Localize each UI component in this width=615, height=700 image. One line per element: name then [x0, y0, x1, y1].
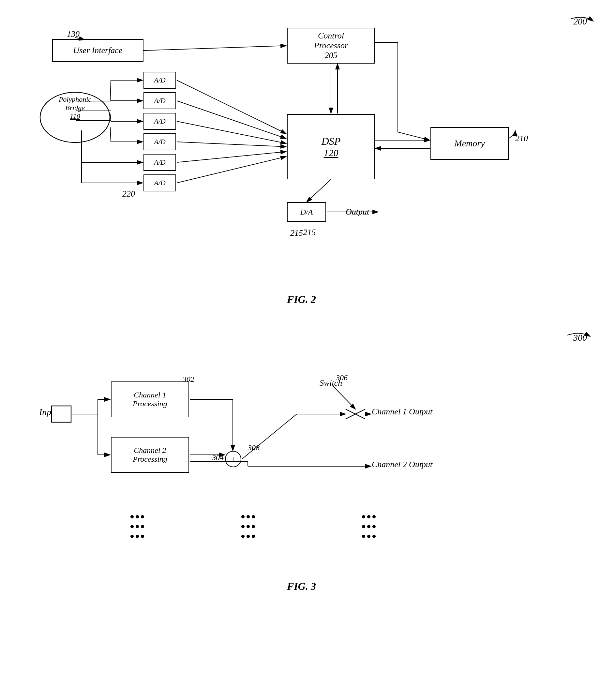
- ad-box-1: A/D: [143, 72, 176, 89]
- control-processor-line1: Control: [318, 31, 344, 41]
- polyphonic-line1: Polyphonic: [42, 95, 108, 104]
- memory-label: Memory: [454, 138, 485, 149]
- ad-label-1: A/D: [154, 76, 165, 85]
- ch1-output-label: Channel 1 Output: [372, 407, 432, 417]
- adder-circle: +: [225, 451, 241, 467]
- ad-box-2: A/D: [143, 92, 176, 109]
- channel2-processing-box: Channel 2 Processing: [111, 437, 189, 473]
- ref-304-label: 304: [212, 453, 224, 462]
- svg-line-31: [177, 152, 286, 162]
- svg-line-28: [177, 101, 286, 139]
- svg-line-30: [177, 142, 286, 147]
- output-text: Output: [346, 207, 369, 217]
- ad-label-4: A/D: [154, 138, 165, 146]
- polyphonic-line2: Bridge: [42, 104, 108, 112]
- da-label: D/A: [300, 208, 313, 216]
- user-interface-label: User Interface: [73, 46, 123, 55]
- dots-row-2: [130, 525, 144, 528]
- ch2-line2: Processing: [133, 455, 167, 464]
- svg-line-8: [398, 132, 430, 140]
- ch1-line1: Channel 1: [134, 391, 166, 399]
- ref-308-label: 308: [248, 443, 260, 452]
- fig3-area: 300 Input Channel 1 Processing Channel 2…: [20, 326, 606, 685]
- polyphonic-num: 110: [42, 112, 108, 121]
- svg-line-50: [346, 409, 365, 419]
- ref-302-label: 302: [183, 375, 194, 384]
- dsp-box: DSP 120: [287, 114, 375, 179]
- ad-label-5: A/D: [154, 158, 165, 166]
- dots-row-8: [362, 525, 376, 528]
- ch2-line1: Channel 2: [134, 446, 166, 455]
- ref-210-label: 210: [515, 134, 528, 143]
- control-processor-line2: Processor: [314, 41, 348, 51]
- ad-label-6: A/D: [154, 179, 165, 187]
- control-processor-num: 205: [325, 51, 338, 60]
- polyphonic-bridge-text: Polyphonic Bridge 110: [42, 95, 108, 121]
- ad-label-2: A/D: [154, 97, 165, 105]
- switch-label: Switch: [319, 378, 342, 388]
- svg-line-3: [143, 46, 286, 51]
- fig2-area: 200 130 User Interface Control Processor…: [20, 10, 606, 320]
- fig3-connections-svg: [20, 326, 606, 652]
- ad-box-6: A/D: [143, 174, 176, 191]
- da-box: D/A: [287, 202, 326, 222]
- svg-line-49: [346, 409, 365, 419]
- ch2-output-label: Channel 2 Output: [372, 460, 432, 470]
- ch1-line2: Processing: [133, 399, 167, 408]
- svg-line-47: [242, 414, 297, 459]
- ad-box-3: A/D: [143, 113, 176, 130]
- fig3-caption: FIG. 3: [287, 580, 316, 592]
- ad-box-5: A/D: [143, 154, 176, 171]
- control-processor-box: Control Processor 205: [287, 28, 375, 64]
- ref-220-label: 220: [122, 189, 135, 199]
- dots-row-1: [130, 515, 144, 518]
- dots-row-7: [362, 515, 376, 518]
- page: 200 130 User Interface Control Processor…: [0, 0, 615, 700]
- dsp-label: DSP: [322, 135, 341, 147]
- dots-row-4: [241, 515, 255, 518]
- dots-row-5: [241, 525, 255, 528]
- user-interface-box: User Interface: [52, 39, 143, 62]
- svg-line-51: [332, 386, 355, 409]
- ref-130-label: 130: [67, 29, 79, 39]
- plus-symbol: +: [231, 454, 236, 464]
- input-label: Input: [39, 407, 58, 417]
- svg-line-27: [177, 80, 286, 134]
- dots-row-9: [362, 535, 376, 538]
- svg-line-29: [177, 121, 286, 143]
- ad-label-3: A/D: [154, 117, 165, 126]
- svg-line-33: [306, 179, 331, 202]
- memory-box: Memory: [430, 127, 509, 160]
- fig2-caption: FIG. 2: [287, 293, 316, 305]
- dsp-num: 120: [324, 147, 338, 159]
- ad-box-4: A/D: [143, 133, 176, 150]
- ref-300-label: 300: [573, 333, 587, 343]
- svg-line-32: [177, 157, 286, 183]
- ref-200-label: 200: [573, 16, 587, 27]
- dots-row-6: [241, 535, 255, 538]
- channel1-processing-box: Channel 1 Processing: [111, 382, 189, 417]
- ref-215-text: — 215: [293, 228, 316, 237]
- dots-row-3: [130, 535, 144, 538]
